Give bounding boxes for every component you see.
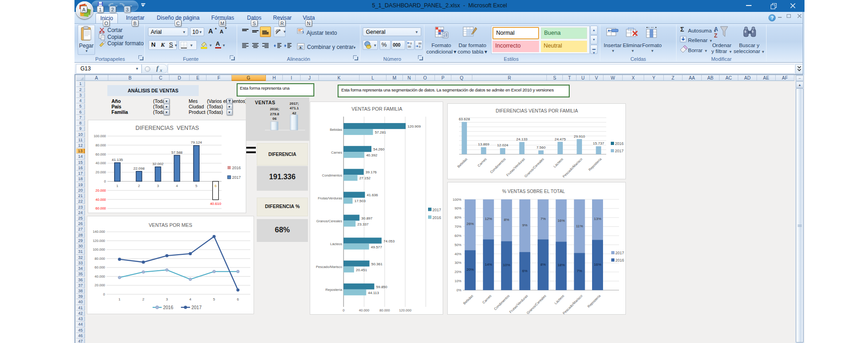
- svg-text:120.909: 120.909: [408, 124, 421, 129]
- svg-text:2017;: 2017;: [290, 102, 299, 106]
- svg-text:44.113: 44.113: [368, 291, 379, 295]
- svg-text:100%: 100%: [453, 198, 462, 202]
- svg-text:32.002: 32.002: [152, 162, 164, 166]
- svg-text:0: 0: [419, 45, 421, 48]
- svg-text:VENTAS POR FAMILIA: VENTAS POR FAMILIA: [351, 106, 402, 112]
- svg-text:24.475: 24.475: [555, 137, 566, 141]
- svg-text:0: 0: [410, 42, 412, 45]
- svg-text:10%: 10%: [455, 279, 461, 283]
- svg-text:Frutas/Verduras: Frutas/Verduras: [318, 196, 343, 200]
- svg-text:7%: 7%: [540, 217, 546, 221]
- svg-text:2017: 2017: [615, 251, 624, 255]
- svg-text:0%: 0%: [456, 288, 461, 292]
- svg-text:5: 5: [213, 297, 215, 301]
- svg-text:ab: ab: [275, 28, 280, 34]
- svg-text:2016: 2016: [433, 215, 441, 220]
- svg-text:DIFERENCIAS VENTAS POR FAMILIA: DIFERENCIAS VENTAS POR FAMILIA: [496, 108, 578, 113]
- svg-text:2017: 2017: [433, 208, 441, 212]
- svg-text:40.610: 40.610: [210, 202, 222, 206]
- svg-text:2017: 2017: [191, 305, 202, 310]
- svg-text:Repostería: Repostería: [587, 294, 602, 309]
- svg-text:41.636: 41.636: [367, 193, 378, 197]
- svg-text:40%: 40%: [455, 252, 461, 256]
- svg-text:Condimentos: Condimentos: [489, 157, 507, 174]
- svg-text:5: 5: [196, 184, 198, 188]
- svg-text:1: 1: [118, 297, 121, 301]
- svg-text:14%: 14%: [485, 263, 492, 267]
- svg-text:8%: 8%: [540, 263, 546, 267]
- svg-text:24.133: 24.133: [516, 137, 528, 141]
- svg-text:27.152: 27.152: [360, 176, 371, 180]
- svg-text:80.000: 80.000: [380, 308, 390, 312]
- svg-text:3: 3: [166, 297, 168, 301]
- svg-text:23.337: 23.337: [357, 222, 369, 226]
- svg-text:12%: 12%: [485, 217, 492, 221]
- svg-text:7.560: 7.560: [536, 145, 546, 150]
- svg-text:471.1: 471.1: [290, 106, 299, 110]
- svg-text:54.260: 54.260: [373, 147, 385, 151]
- svg-text:90%: 90%: [455, 206, 461, 210]
- svg-text:20.000: 20.000: [95, 170, 106, 174]
- svg-text:18%: 18%: [557, 263, 565, 267]
- svg-text:39.176: 39.176: [365, 170, 377, 174]
- svg-text:Carnes: Carnes: [477, 157, 488, 168]
- svg-text:60%: 60%: [455, 234, 461, 238]
- svg-text:2016: 2016: [232, 166, 241, 170]
- svg-text:00: 00: [408, 45, 411, 48]
- svg-text:4: 4: [176, 184, 178, 188]
- svg-text:279.8: 279.8: [270, 112, 280, 116]
- svg-text:VENTAS POR MES: VENTAS POR MES: [148, 222, 192, 228]
- svg-text:0: 0: [343, 308, 344, 312]
- svg-text:00: 00: [418, 42, 422, 45]
- svg-text:DIFERENCIAS VENTAS: DIFERENCIAS VENTAS: [136, 125, 199, 131]
- svg-text:12.024: 12.024: [497, 143, 508, 147]
- svg-text:20.451: 20.451: [356, 268, 367, 272]
- svg-text:Carnes: Carnes: [331, 150, 342, 155]
- svg-text:30.897: 30.897: [361, 216, 373, 220]
- svg-text:120.000: 120.000: [93, 239, 105, 243]
- svg-text:Frutas/Verduras: Frutas/Verduras: [506, 157, 526, 177]
- svg-text:a: a: [300, 46, 302, 49]
- svg-text:15.737: 15.737: [593, 141, 604, 145]
- svg-text:% VENTAS SOBRE EL TOTAL: % VENTAS SOBRE EL TOTAL: [502, 189, 565, 194]
- svg-text:63.628: 63.628: [459, 117, 470, 121]
- svg-text:2016;: 2016;: [270, 107, 279, 111]
- svg-text:1: 1: [116, 184, 119, 188]
- svg-text:Frutas/Verduras: Frutas/Verduras: [508, 294, 529, 314]
- svg-text:57.588: 57.588: [171, 150, 183, 155]
- svg-text:100.000: 100.000: [93, 247, 105, 252]
- svg-text:0: 0: [103, 292, 105, 296]
- svg-text:40.000: 40.000: [95, 198, 106, 202]
- svg-text:Granos/Cereales: Granos/Cereales: [524, 157, 545, 178]
- svg-text:Pescado/Marisco: Pescado/Marisco: [316, 265, 342, 269]
- svg-text:2: 2: [143, 297, 145, 301]
- svg-text:50.361: 50.361: [371, 262, 383, 266]
- svg-text:74.053: 74.053: [383, 239, 395, 243]
- svg-text:80.000: 80.000: [95, 257, 105, 261]
- svg-text:11%: 11%: [576, 224, 583, 228]
- svg-text:17.503: 17.503: [355, 199, 366, 203]
- svg-text:4: 4: [189, 297, 191, 301]
- svg-text:2016: 2016: [615, 258, 624, 263]
- svg-text:Lácteos: Lácteos: [330, 242, 343, 246]
- svg-text:Z: Z: [714, 32, 717, 39]
- svg-text:29.910: 29.910: [574, 134, 585, 139]
- svg-text:Lácteos: Lácteos: [553, 157, 564, 168]
- svg-text:Bebidas: Bebidas: [462, 294, 474, 305]
- svg-text:6: 6: [215, 184, 217, 188]
- svg-text:80.000: 80.000: [95, 143, 106, 147]
- svg-text:Repostería: Repostería: [587, 157, 603, 172]
- svg-text:6%: 6%: [522, 269, 528, 273]
- svg-text:57.281: 57.281: [375, 130, 386, 134]
- svg-text:0: 0: [104, 179, 106, 183]
- svg-text:22.098: 22.098: [133, 166, 145, 171]
- svg-text:Bebidas: Bebidas: [456, 157, 468, 169]
- svg-text:2016: 2016: [615, 141, 624, 146]
- svg-text:Granos/Cereales: Granos/Cereales: [526, 294, 547, 314]
- svg-text:80%: 80%: [455, 215, 461, 220]
- svg-text:2017: 2017: [232, 175, 241, 180]
- svg-text:30%: 30%: [455, 261, 461, 265]
- svg-text:40.000: 40.000: [95, 161, 106, 165]
- svg-text:2017: 2017: [615, 149, 624, 153]
- svg-text:16%: 16%: [557, 219, 565, 223]
